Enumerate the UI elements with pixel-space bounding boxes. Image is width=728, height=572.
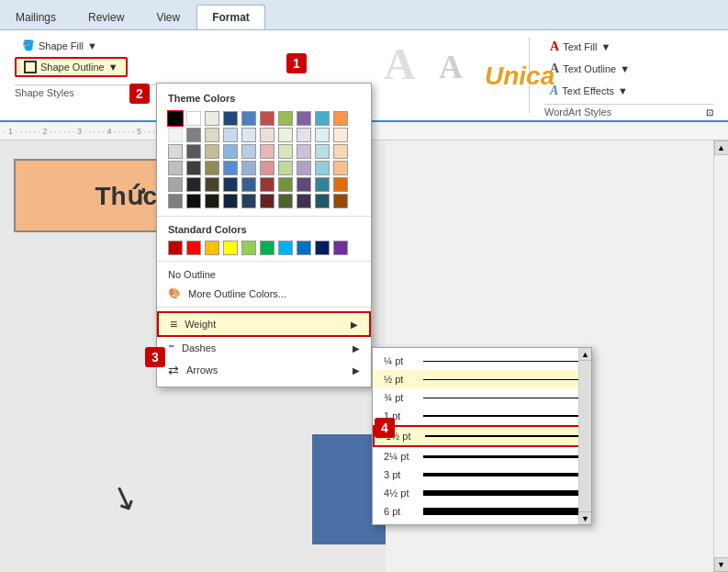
color-swatch[interactable]: [223, 177, 238, 192]
weight-half-pt[interactable]: ½ pt: [373, 370, 591, 388]
color-swatch[interactable]: [333, 177, 348, 192]
weight-4-half-pt[interactable]: 4½ pt: [373, 484, 591, 502]
weight-1-pt[interactable]: 1 pt: [373, 407, 591, 425]
color-swatch[interactable]: [315, 144, 330, 159]
tab-review[interactable]: Review: [73, 5, 140, 29]
color-swatch[interactable]: [186, 194, 201, 208]
color-swatch[interactable]: [186, 161, 201, 175]
color-swatch[interactable]: [241, 194, 256, 208]
color-swatch[interactable]: [241, 111, 256, 126]
more-outline-item[interactable]: 🎨 More Outline Colors...: [157, 284, 371, 303]
color-swatch[interactable]: [260, 161, 274, 175]
weight-2-quarter-pt[interactable]: 2¼ pt: [373, 447, 591, 465]
color-swatch[interactable]: [223, 111, 238, 126]
color-swatch[interactable]: [260, 144, 274, 159]
color-swatch[interactable]: [315, 111, 330, 126]
std-color[interactable]: [315, 241, 330, 255]
color-swatch[interactable]: [205, 144, 219, 159]
weight-item[interactable]: ≡ Weight ▶: [157, 311, 371, 337]
color-swatch[interactable]: [315, 194, 330, 208]
dashes-item[interactable]: ⁼ Dashes ▶: [157, 337, 371, 359]
color-swatch[interactable]: [278, 144, 293, 159]
color-swatch[interactable]: [186, 177, 201, 192]
color-swatch[interactable]: [168, 194, 183, 208]
color-swatch[interactable]: [315, 161, 330, 175]
color-swatch[interactable]: [223, 161, 238, 175]
color-swatch[interactable]: [297, 177, 311, 192]
text-fill-button[interactable]: A Text Fill ▼: [544, 38, 713, 56]
text-outline-button[interactable]: A Text Outline ▼: [544, 60, 713, 78]
std-color[interactable]: [205, 241, 219, 255]
color-swatch[interactable]: [278, 161, 293, 175]
color-swatch[interactable]: [297, 111, 311, 126]
color-swatch[interactable]: [315, 177, 330, 192]
color-swatch[interactable]: [260, 128, 274, 142]
std-color[interactable]: [186, 241, 201, 255]
color-swatch[interactable]: [223, 144, 238, 159]
std-color[interactable]: [278, 241, 293, 255]
weight-scroll-down[interactable]: ▼: [579, 511, 591, 524]
shape-outline-dropdown[interactable]: Theme Colors 2: [156, 83, 372, 387]
weight-submenu[interactable]: ¼ pt ½ pt ¾ pt 1 pt 1½ pt 2¼ pt: [372, 347, 592, 525]
weight-three-quarter-pt[interactable]: ¾ pt: [373, 388, 591, 407]
color-swatch[interactable]: [205, 194, 219, 208]
color-swatch[interactable]: [205, 128, 219, 142]
std-color[interactable]: [260, 241, 274, 255]
color-swatch[interactable]: [186, 128, 201, 142]
color-swatch[interactable]: [278, 177, 293, 192]
color-swatch[interactable]: [333, 161, 348, 175]
color-swatch-selected[interactable]: [168, 111, 183, 126]
weight-scroll-up[interactable]: ▲: [579, 348, 591, 361]
color-swatch[interactable]: [168, 161, 183, 175]
color-swatch[interactable]: [333, 128, 348, 142]
color-swatch[interactable]: [168, 177, 183, 192]
color-swatch[interactable]: [278, 194, 293, 208]
weight-quarter-pt[interactable]: ¼ pt: [373, 352, 591, 370]
color-swatch[interactable]: [223, 194, 238, 208]
std-color[interactable]: [333, 241, 348, 255]
color-swatch[interactable]: [205, 161, 219, 175]
color-swatch[interactable]: [223, 128, 238, 142]
tab-format[interactable]: Format: [196, 5, 265, 29]
std-color[interactable]: [297, 241, 311, 255]
color-swatch[interactable]: [186, 111, 201, 126]
std-color[interactable]: [241, 241, 256, 255]
color-swatch[interactable]: [241, 128, 256, 142]
std-color[interactable]: [168, 241, 183, 255]
shape-outline-button[interactable]: Shape Outline ▼: [15, 57, 128, 77]
color-swatch[interactable]: [241, 144, 256, 159]
color-swatch[interactable]: [205, 177, 219, 192]
color-swatch[interactable]: [333, 111, 348, 126]
color-swatch[interactable]: [297, 128, 311, 142]
weight-6-pt[interactable]: 6 pt: [373, 502, 591, 521]
shape-fill-button[interactable]: 🪣 Shape Fill ▼: [15, 38, 105, 53]
arrows-item[interactable]: ⇄ Arrows ▶: [157, 359, 371, 381]
color-swatch[interactable]: [168, 144, 183, 159]
tab-mailings[interactable]: Mailings: [0, 5, 72, 29]
weight-1-half-pt[interactable]: 1½ pt: [373, 425, 591, 447]
color-swatch[interactable]: [168, 128, 183, 142]
wordart-expand-icon[interactable]: ⊡: [706, 107, 713, 118]
color-swatch[interactable]: [278, 128, 293, 142]
color-swatch[interactable]: [297, 144, 311, 159]
color-swatch[interactable]: [315, 128, 330, 142]
scroll-up-button[interactable]: ▲: [714, 140, 729, 155]
std-color[interactable]: [223, 241, 238, 255]
color-swatch[interactable]: [260, 111, 274, 126]
color-swatch[interactable]: [260, 177, 274, 192]
weight-3-pt[interactable]: 3 pt: [373, 465, 591, 484]
color-swatch[interactable]: [241, 161, 256, 175]
tab-view[interactable]: View: [140, 5, 196, 29]
color-swatch[interactable]: [333, 194, 348, 208]
scroll-down-button[interactable]: ▼: [714, 557, 729, 572]
color-swatch[interactable]: [297, 161, 311, 175]
text-effects-button[interactable]: A Text Effects ▼: [544, 82, 713, 100]
no-outline-item[interactable]: No Outline: [157, 265, 371, 284]
color-swatch[interactable]: [278, 111, 293, 126]
color-swatch[interactable]: [297, 194, 311, 208]
color-swatch[interactable]: [260, 194, 274, 208]
color-swatch[interactable]: [241, 177, 256, 192]
color-swatch[interactable]: [333, 144, 348, 159]
color-swatch[interactable]: [205, 111, 219, 126]
color-swatch[interactable]: [186, 144, 201, 159]
